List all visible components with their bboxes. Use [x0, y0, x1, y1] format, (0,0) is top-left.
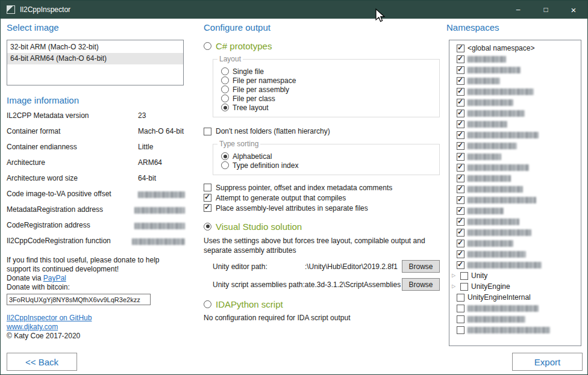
namespace-checkbox[interactable]: [457, 164, 464, 172]
layout-group-title: Layout: [217, 55, 243, 63]
namespace-checkbox[interactable]: [457, 218, 464, 226]
namespace-checkbox[interactable]: [457, 250, 464, 258]
namespace-item[interactable]: UnityEngineInternal: [449, 292, 581, 303]
namespace-checkbox[interactable]: [457, 196, 464, 204]
github-link[interactable]: Il2CppInspector on GitHub: [7, 314, 92, 322]
namespace-checkbox[interactable]: [457, 207, 464, 215]
website-link[interactable]: www.djkaty.com: [7, 323, 58, 331]
namespace-checkbox[interactable]: [457, 77, 464, 85]
checkbox-label: Suppress pointer, offset and index metad…: [216, 184, 392, 192]
unity-editor-path-value[interactable]: :\Unity\Hub\Editor\2019.2.8f1: [267, 262, 402, 271]
idapython-radio[interactable]: IDAPython script: [204, 298, 442, 310]
info-label: MetadataRegistration address: [7, 205, 134, 214]
layout-option-label: Tree layout: [233, 104, 269, 112]
namespace-item[interactable]: [449, 205, 581, 216]
flatten-checkbox[interactable]: Don't nest folders (flatten hierarchy): [204, 127, 442, 135]
namespace-item[interactable]: [449, 108, 581, 119]
namespace-checkbox[interactable]: [457, 305, 464, 312]
namespace-checkbox[interactable]: [457, 240, 464, 247]
close-button[interactable]: ×: [560, 1, 587, 19]
namespace-checkbox[interactable]: [457, 315, 464, 323]
info-row: Il2CppCodeRegistration function: [7, 237, 185, 252]
redacted-namespace: [468, 175, 511, 182]
namespace-checkbox[interactable]: [457, 45, 464, 52]
namespace-item[interactable]: [449, 97, 581, 108]
title-bar[interactable]: Il2CppInspector – □ ×: [1, 1, 587, 19]
minimize-button[interactable]: –: [504, 1, 532, 19]
layout-option[interactable]: File per class: [221, 94, 439, 103]
sorting-option[interactable]: Alphabetical: [221, 152, 439, 161]
namespace-checkbox[interactable]: [457, 326, 464, 334]
browse-assemblies-button[interactable]: Browse: [402, 278, 440, 291]
namespace-item[interactable]: [449, 162, 581, 173]
option-checkbox[interactable]: Suppress pointer, offset and index metad…: [204, 182, 442, 193]
namespace-checkbox[interactable]: [457, 99, 464, 107]
namespace-item[interactable]: [449, 129, 581, 140]
namespace-item[interactable]: ▷Unity: [449, 270, 581, 281]
namespace-item[interactable]: [449, 184, 581, 194]
namespace-checkbox[interactable]: [457, 185, 464, 193]
namespace-item[interactable]: [449, 173, 581, 184]
option-checkbox[interactable]: Attempt to generate output that compiles: [204, 193, 442, 203]
option-checkbox[interactable]: Place assembly-level attributes in separ…: [204, 203, 442, 213]
namespace-checkbox[interactable]: [460, 283, 468, 291]
namespace-item[interactable]: [449, 249, 581, 259]
namespace-checkbox[interactable]: [457, 261, 464, 269]
layout-option[interactable]: File per namespace: [221, 76, 439, 85]
namespace-checkbox[interactable]: [457, 294, 464, 302]
vs-solution-radio[interactable]: Visual Studio solution: [204, 220, 442, 232]
namespace-checkbox[interactable]: [457, 153, 464, 161]
configure-panel: Configure output C# prototypes Layout Si…: [204, 22, 442, 323]
namespace-checkbox[interactable]: [457, 120, 464, 128]
namespace-item[interactable]: [449, 75, 581, 86]
namespace-checkbox[interactable]: [457, 142, 464, 150]
namespace-item[interactable]: [449, 119, 581, 129]
export-button[interactable]: Export: [512, 353, 583, 371]
expander-icon[interactable]: ▷: [452, 270, 457, 281]
namespace-checkbox[interactable]: [457, 131, 464, 139]
namespace-checkbox[interactable]: [457, 110, 464, 117]
bitcoin-address-input[interactable]: [7, 294, 151, 305]
info-row: ArchitectureARM64: [7, 158, 185, 174]
image-list-item[interactable]: 64-bit ARM64 (Mach-O 64-bit): [7, 53, 183, 64]
namespace-item[interactable]: ▷UnityEngine: [449, 281, 581, 292]
copyright: © Katy Coe 2017-2020: [7, 332, 185, 341]
namespace-item[interactable]: [449, 259, 581, 270]
namespace-item[interactable]: [449, 54, 581, 64]
image-list-item[interactable]: 32-bit ARM (Mach-O 32-bit): [7, 42, 183, 53]
namespace-checkbox[interactable]: [457, 175, 464, 182]
namespace-checkbox[interactable]: [457, 55, 464, 63]
namespace-item[interactable]: [449, 238, 581, 249]
layout-option-label: File per class: [233, 95, 275, 103]
namespace-checkbox[interactable]: [457, 229, 464, 237]
namespace-checkbox[interactable]: [457, 88, 464, 96]
namespace-item[interactable]: [449, 194, 581, 205]
namespace-checkbox[interactable]: [457, 66, 464, 74]
namespace-item[interactable]: [449, 303, 581, 314]
expander-icon[interactable]: ▷: [452, 281, 457, 292]
namespace-item[interactable]: [449, 140, 581, 151]
left-panel: Select image 32-bit ARM (Mach-O 32-bit)6…: [7, 22, 185, 341]
namespace-list[interactable]: <global namespace>▷Unity▷UnityEngineUnit…: [449, 40, 581, 346]
csharp-prototypes-radio[interactable]: C# prototypes: [204, 40, 442, 52]
namespace-item[interactable]: [449, 227, 581, 238]
namespace-item[interactable]: [449, 216, 581, 227]
website-link-line: www.djkaty.com: [7, 323, 185, 332]
layout-option[interactable]: Tree layout: [221, 103, 439, 112]
namespace-checkbox[interactable]: [460, 272, 468, 280]
namespace-item[interactable]: [449, 151, 581, 162]
sorting-option[interactable]: Type definition index: [221, 161, 439, 170]
namespace-item[interactable]: [449, 314, 581, 324]
back-button[interactable]: << Back: [7, 353, 77, 371]
namespace-item[interactable]: [449, 64, 581, 75]
maximize-button[interactable]: □: [532, 1, 560, 19]
image-list[interactable]: 32-bit ARM (Mach-O 32-bit)64-bit ARM64 (…: [7, 40, 184, 85]
unity-assemblies-path-value[interactable]: ate.3d-3.1.2\ScriptAssemblies: [305, 280, 402, 289]
layout-option[interactable]: File per assembly: [221, 85, 439, 94]
layout-option[interactable]: Single file: [221, 67, 439, 76]
namespace-item[interactable]: [449, 324, 581, 335]
namespace-item[interactable]: <global namespace>: [449, 43, 581, 54]
namespace-item[interactable]: [449, 86, 581, 97]
browse-editor-button[interactable]: Browse: [402, 260, 440, 273]
paypal-link[interactable]: PayPal: [43, 274, 66, 282]
